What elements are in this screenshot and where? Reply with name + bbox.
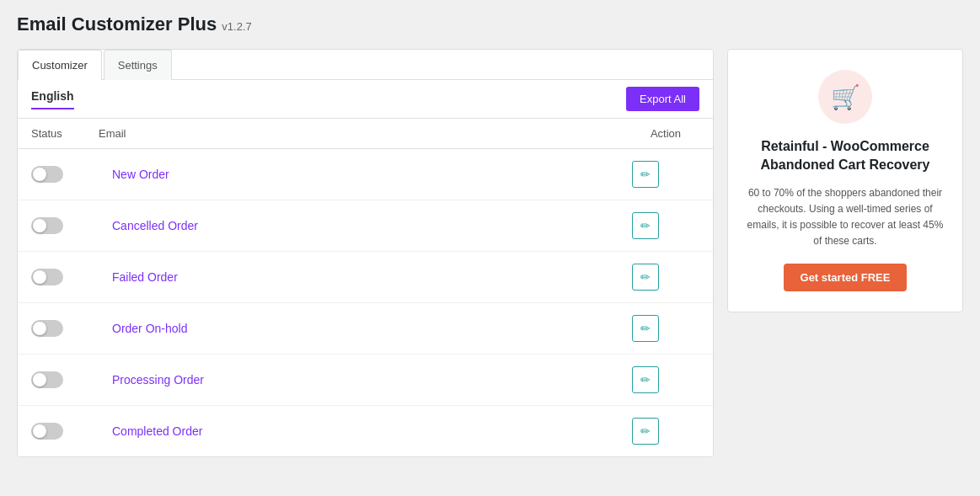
page-title: Email Customizer Plus v1.2.7 xyxy=(17,13,963,35)
table-row: Processing Order ✏ xyxy=(18,355,713,406)
get-started-button[interactable]: Get started FREE xyxy=(784,264,908,291)
edit-icon: ✏ xyxy=(640,270,651,284)
table-row: Completed Order ✏ xyxy=(18,406,713,456)
email-name-processing-order[interactable]: Processing Order xyxy=(99,373,632,387)
export-all-button[interactable]: Export All xyxy=(626,87,699,111)
edit-button-processing-order[interactable]: ✏ xyxy=(632,366,659,393)
edit-icon: ✏ xyxy=(640,322,651,335)
edit-icon: ✏ xyxy=(640,219,651,232)
edit-button-completed-order[interactable]: ✏ xyxy=(632,418,659,445)
col-header-email: Email xyxy=(99,127,632,140)
col-header-action: Action xyxy=(632,127,699,140)
edit-icon: ✏ xyxy=(640,168,651,181)
promo-icon: 🛒 xyxy=(818,70,872,124)
col-header-status: Status xyxy=(31,127,99,140)
toggle-failed-order[interactable] xyxy=(31,269,63,285)
table-row: Failed Order ✏ xyxy=(18,252,713,303)
email-name-cancelled-order[interactable]: Cancelled Order xyxy=(99,219,632,232)
toggle-order-on-hold[interactable] xyxy=(31,320,63,337)
email-name-new-order[interactable]: New Order xyxy=(99,168,632,181)
promo-title: Retainful - WooCommerce Abandoned Cart R… xyxy=(745,137,945,175)
email-name-completed-order[interactable]: Completed Order xyxy=(99,424,632,438)
promo-description: 60 to 70% of the shoppers abandoned thei… xyxy=(745,185,945,250)
toggle-processing-order[interactable] xyxy=(31,371,63,388)
edit-button-failed-order[interactable]: ✏ xyxy=(632,264,659,291)
email-list: New Order ✏ Cancelled Order ✏ Failed Ord… xyxy=(18,149,713,456)
language-tab-english[interactable]: English xyxy=(31,89,74,109)
email-name-order-on-hold[interactable]: Order On-hold xyxy=(99,322,632,335)
edit-button-cancelled-order[interactable]: ✏ xyxy=(632,212,659,239)
toggle-cancelled-order[interactable] xyxy=(31,217,63,234)
table-header: Status Email Action xyxy=(18,119,713,149)
edit-button-order-on-hold[interactable]: ✏ xyxy=(632,315,659,342)
toggle-completed-order[interactable] xyxy=(31,423,63,440)
tab-customizer[interactable]: Customizer xyxy=(18,50,102,80)
table-row: Cancelled Order ✏ xyxy=(18,200,713,252)
tab-settings[interactable]: Settings xyxy=(104,50,172,80)
main-panel: Customizer Settings English Export All S… xyxy=(17,49,714,457)
promo-panel: 🛒 Retainful - WooCommerce Abandoned Cart… xyxy=(727,49,963,312)
toggle-new-order[interactable] xyxy=(31,166,63,183)
edit-icon: ✏ xyxy=(640,424,651,438)
edit-button-new-order[interactable]: ✏ xyxy=(632,161,659,188)
tabs-bar: Customizer Settings xyxy=(18,50,713,80)
language-bar: English Export All xyxy=(18,80,713,119)
table-row: Order On-hold ✏ xyxy=(18,303,713,355)
edit-icon: ✏ xyxy=(640,373,651,387)
table-row: New Order ✏ xyxy=(18,149,713,200)
email-name-failed-order[interactable]: Failed Order xyxy=(99,270,632,284)
